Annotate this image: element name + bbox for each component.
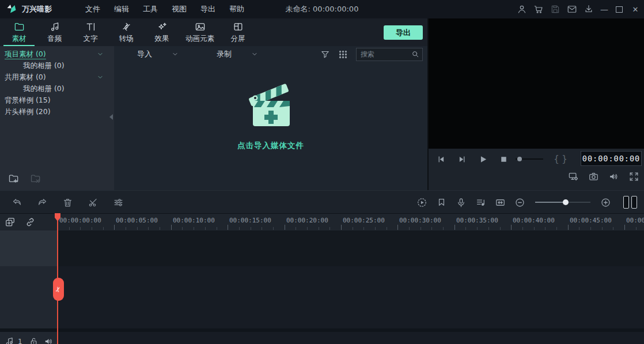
volume-icon[interactable] (608, 171, 619, 182)
filter-icon[interactable] (320, 50, 330, 59)
zoom-out-icon[interactable] (514, 197, 525, 208)
tab-label: 音频 (48, 34, 62, 44)
ruler-label: 00:00:35:00 (456, 217, 498, 224)
preview-scrubber[interactable] (516, 155, 543, 163)
add-track-icon[interactable] (5, 217, 16, 228)
export-button[interactable]: 导出 (384, 25, 423, 40)
voiceover-mic-icon[interactable] (456, 197, 467, 208)
chevron-down-icon[interactable] (172, 51, 179, 58)
redo-icon[interactable] (37, 197, 48, 208)
chevron-down-icon[interactable] (97, 74, 104, 81)
sidebar-item-my-album-2[interactable]: 我的相册 (0) (0, 83, 114, 94)
close-icon[interactable]: ✕ (631, 5, 639, 14)
cut-icon[interactable] (88, 197, 99, 208)
user-icon[interactable] (517, 4, 527, 14)
timeline-empty-lane (0, 230, 644, 266)
ruler-label: 00:00:45:00 (570, 217, 612, 224)
ruler-label: 00:00:50:00 (626, 217, 644, 224)
timeline-ruler-row: 00:00:00:00 00:00:05:00 00:00:10:00 00:0… (0, 213, 644, 230)
search-input[interactable] (357, 50, 411, 58)
media-workspace: 项目素材 (0) 我的相册 (0) 共用素材 (0) 我的相册 (0) (0, 46, 427, 190)
video-track: 1 (0, 266, 644, 328)
tab-media[interactable]: 素材 (1, 18, 37, 46)
lock-icon[interactable] (29, 337, 39, 344)
minimize-icon[interactable]: — (600, 6, 607, 12)
previous-frame-icon[interactable] (436, 154, 446, 164)
track-layout-icon[interactable] (623, 196, 637, 209)
marker-icon[interactable] (436, 197, 447, 208)
delete-folder-icon[interactable] (30, 173, 41, 184)
tab-audio[interactable]: 音频 (37, 18, 73, 46)
add-folder-icon[interactable] (8, 173, 20, 184)
import-media-dropzone[interactable]: 点击导入媒体文件 (114, 78, 427, 151)
mark-in-icon[interactable]: { (552, 154, 560, 164)
search-icon[interactable] (411, 50, 419, 58)
menu-help[interactable]: 帮助 (222, 0, 251, 18)
menu-view[interactable]: 视图 (165, 0, 194, 18)
chevron-down-icon[interactable] (97, 51, 104, 58)
fullscreen-icon[interactable] (628, 171, 639, 182)
audio-mixer-icon[interactable] (475, 197, 486, 208)
sidebar-item-project-media[interactable]: 项目素材 (0) (0, 48, 114, 60)
speaker-icon[interactable] (44, 337, 54, 344)
fit-timeline-icon[interactable] (495, 197, 506, 208)
tab-effects[interactable]: 效果 (144, 18, 180, 46)
sidebar-item-shared-media[interactable]: 共用素材 (0) (0, 71, 114, 83)
delete-icon[interactable] (62, 197, 73, 208)
video-track-body[interactable] (58, 266, 644, 328)
display-settings-icon[interactable] (568, 171, 579, 182)
menu-tools[interactable]: 工具 (136, 0, 165, 18)
import-button[interactable]: 导入 (137, 46, 179, 62)
maximize-icon[interactable] (616, 6, 623, 13)
tab-elements[interactable]: 动画元素 (180, 18, 220, 46)
next-frame-icon[interactable] (457, 154, 467, 164)
titlebar: 万兴喵影 文件 编辑 工具 视图 导出 帮助 未命名: 00:00:00:00 (0, 0, 644, 18)
sidebar-item-my-album-1[interactable]: 我的相册 (0) (0, 60, 114, 71)
zoom-in-icon[interactable] (600, 197, 611, 208)
mark-out-icon[interactable]: } (560, 154, 569, 164)
menu-file[interactable]: 文件 (78, 0, 107, 18)
menu-export[interactable]: 导出 (194, 0, 222, 18)
record-button[interactable]: 录制 (217, 46, 258, 62)
timeline-zoom-slider[interactable] (535, 199, 590, 206)
app-logo-icon (6, 3, 17, 16)
tab-label: 分屏 (231, 34, 245, 44)
ruler-label: 00:00:10:00 (173, 217, 215, 224)
playhead-grip[interactable]: ✂ (53, 278, 64, 301)
timeline-ruler[interactable]: 00:00:00:00 00:00:05:00 00:00:10:00 00:0… (58, 214, 644, 231)
folder-icon (14, 21, 25, 32)
empty-lane-body[interactable] (58, 230, 644, 266)
mail-icon[interactable] (567, 4, 577, 14)
stop-icon[interactable] (499, 154, 509, 164)
adjust-icon[interactable] (113, 197, 124, 208)
sidebar-item-intro-samples[interactable]: 片头样例 (20) (0, 106, 114, 118)
cart-icon[interactable] (533, 4, 544, 14)
tab-label: 文字 (84, 34, 98, 44)
tab-text[interactable]: 文字 (73, 18, 108, 46)
undo-icon[interactable] (12, 197, 22, 208)
audio-track-body[interactable] (58, 332, 644, 344)
tab-splitscreen[interactable]: 分屏 (220, 18, 256, 46)
scrubber-handle[interactable] (517, 157, 522, 161)
collapse-sidebar-icon[interactable] (109, 114, 113, 120)
download-icon[interactable] (584, 4, 594, 14)
ruler-label: 00:00:00:00 (59, 217, 101, 224)
tab-transition[interactable]: 转场 (108, 18, 144, 46)
audio-track-header: 1 (0, 332, 58, 344)
chevron-down-icon[interactable] (251, 51, 258, 58)
search-box (356, 48, 423, 61)
preview-timecode[interactable]: 00:00:00:00 (581, 151, 642, 166)
grid-view-icon[interactable] (338, 50, 348, 59)
zoom-slider-handle[interactable] (563, 199, 569, 205)
media-elements-icon (195, 21, 206, 32)
empty-media-hint[interactable]: 点击导入媒体文件 (237, 141, 304, 151)
menu-edit[interactable]: 编辑 (107, 0, 136, 18)
media-sidebar: 项目素材 (0) 我的相册 (0) 共用素材 (0) 我的相册 (0) (0, 46, 114, 190)
play-icon[interactable] (478, 154, 488, 164)
render-preview-icon[interactable] (416, 197, 427, 208)
link-icon[interactable] (25, 217, 36, 228)
tab-label: 转场 (119, 34, 134, 44)
snapshot-icon[interactable] (588, 171, 599, 182)
sidebar-item-background-samples[interactable]: 背景样例 (15) (0, 94, 114, 106)
save-icon[interactable] (550, 4, 560, 14)
